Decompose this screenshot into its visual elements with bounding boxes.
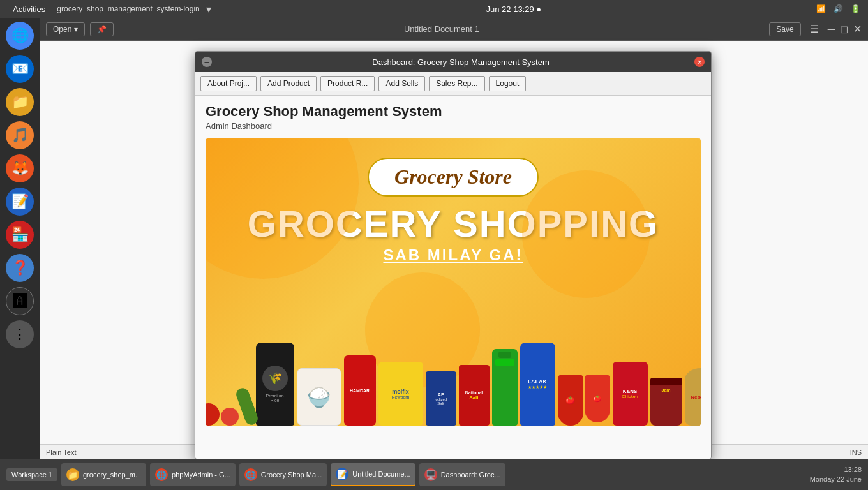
app-indicator: grocery_shop_management_system-login: [57, 4, 199, 13]
red-bag: HAMDAR: [344, 355, 376, 426]
dashboard-taskbar-icon: 🖥️: [424, 468, 437, 481]
workspace-label[interactable]: Workspace 1: [6, 468, 57, 481]
sidebar-icon-firefox[interactable]: 🦊: [6, 154, 34, 182]
page-content: Grocery Shop Management System Admin Das…: [195, 96, 711, 459]
about-project-button[interactable]: About Proj...: [200, 76, 257, 91]
nescafe-jar: Nescafé: [685, 368, 701, 426]
sidebar-icon-rhythmbox[interactable]: 🎵: [6, 121, 34, 149]
dropdown-arrow-icon[interactable]: ▾: [206, 3, 211, 15]
wifi-icon: 📶: [816, 4, 826, 13]
window-close-button[interactable]: ✕: [694, 57, 705, 67]
banner-sub-heading: SAB MILAY GA!: [383, 246, 523, 264]
oval-store-sign: Grocery Store: [368, 158, 539, 197]
sidebar-icon-appstore[interactable]: 🏪: [6, 221, 34, 249]
products-illustration: 🌾 PremiumRice 🍚 HAMDAR molfix Newborn: [206, 298, 701, 426]
grocery-banner: Grocery Store GROCERY SHOPPING SAB MILAY…: [206, 138, 701, 426]
system-topbar: Activities grocery_shop_management_syste…: [0, 0, 868, 18]
taskbar-time: 13:28: [810, 465, 862, 475]
ins-label: INS: [850, 449, 862, 456]
gedit-restore-icon[interactable]: ◻: [840, 23, 848, 35]
oval-sign-text: Grocery Store: [394, 165, 512, 188]
page-title: Grocery Shop Management System: [206, 103, 701, 120]
national-salt: National Salt: [459, 365, 490, 426]
phpmyadmin-taskbar-icon: 🌐: [155, 468, 168, 481]
app-window: ─ Dashboard: Grocery Shop Management Sys…: [195, 51, 712, 459]
text-mode-label[interactable]: Plain Text: [46, 449, 77, 456]
sidebar-icon-writer[interactable]: 📝: [6, 188, 34, 216]
window-title: Dashboard: Grocery Shop Management Syste…: [227, 57, 694, 67]
ketchup-bottles: 🍅 🍅: [558, 375, 610, 426]
taskbar-phpmyadmin-label: phpMyAdmin - G...: [172, 471, 230, 479]
window-titlebar: ─ Dashboard: Grocery Shop Management Sys…: [195, 52, 711, 72]
gedit-open-button[interactable]: Open ▾: [46, 22, 85, 36]
chevron-down-icon: ▾: [74, 25, 78, 34]
falak-bag: FALAK ★★★★★: [520, 343, 555, 426]
taskbar-files-label: grocery_shop_m...: [83, 471, 141, 479]
battery-icon: 🔋: [851, 4, 860, 13]
gedit-close-icon[interactable]: ✕: [853, 23, 862, 35]
add-product-button[interactable]: Add Product: [260, 76, 317, 91]
logout-button[interactable]: Logout: [489, 76, 527, 91]
taskbar-gedit-label: Untitled Docume...: [352, 470, 410, 478]
bottom-taskbar: Workspace 1 📁 grocery_shop_m... 🌐 phpMyA…: [0, 459, 868, 490]
taskbar-grocery-web-label: Grocery Shop Ma...: [261, 471, 322, 479]
taskbar-item-files[interactable]: 📁 grocery_shop_m...: [61, 463, 146, 486]
sidebar-icon-help[interactable]: ❓: [6, 254, 34, 282]
add-sells-button[interactable]: Add Sells: [378, 76, 425, 91]
gedit-pin-button[interactable]: 📌: [90, 22, 114, 36]
water-bottle: [492, 349, 518, 426]
datetime-display: Jun 22 13:29 ●: [486, 4, 542, 14]
activities-button[interactable]: Activities: [8, 3, 50, 15]
sidebar-icon-amazon[interactable]: 🅰: [6, 287, 34, 315]
gedit-menu-icon[interactable]: ☰: [806, 22, 823, 36]
salt-box: AF IodizedSalt: [426, 371, 456, 426]
gedit-taskbar-icon: 📝: [336, 468, 348, 480]
sidebar-icon-apps[interactable]: ⋮: [6, 320, 34, 348]
nav-row: About Proj... Add Product Product R... A…: [195, 72, 711, 96]
taskbar-item-phpmyadmin[interactable]: 🌐 phpMyAdmin - G...: [150, 463, 236, 486]
molfix-package: molfix Newborn: [378, 362, 423, 426]
taskbar-date: Monday 22 June: [810, 475, 862, 484]
sidebar-icon-chrome[interactable]: 🌐: [6, 22, 34, 50]
window-minimize-button[interactable]: ─: [202, 57, 212, 67]
page-subtitle: Admin Dashboard: [206, 121, 701, 131]
taskbar-dashboard-label: Dashboard: Groc...: [441, 471, 500, 479]
product-report-button[interactable]: Product R...: [320, 76, 375, 91]
sales-report-button[interactable]: Sales Rep...: [429, 76, 484, 91]
gedit-document-title: Untitled Document 1: [119, 24, 764, 34]
taskbar-datetime: 13:28 Monday 22 June: [810, 465, 862, 485]
rice-pile: 🍚: [297, 368, 341, 426]
jam-jar: Jam: [650, 378, 682, 426]
gedit-minimize-icon[interactable]: ─: [828, 24, 835, 35]
taskbar-item-dashboard[interactable]: 🖥️ Dashboard: Groc...: [419, 463, 505, 486]
sound-icon: 🔊: [834, 4, 843, 13]
taskbar-item-gedit[interactable]: 📝 Untitled Docume...: [331, 463, 415, 486]
sidebar-icon-thunderbird[interactable]: 📧: [6, 55, 34, 83]
rice-bag-black: 🌾 PremiumRice: [256, 343, 294, 426]
sidebar-icon-files[interactable]: 📁: [6, 88, 34, 116]
files-taskbar-icon: 📁: [66, 468, 79, 481]
gedit-toolbar: Open ▾ 📌 Untitled Document 1 Save ☰ ─ ◻ …: [40, 18, 868, 41]
grocery-web-taskbar-icon: 🌐: [244, 468, 257, 481]
taskbar-item-grocery-web[interactable]: 🌐 Grocery Shop Ma...: [239, 463, 327, 486]
kns-chicken: K&NS Chicken: [613, 362, 648, 426]
desktop-sidebar: 🌐 📧 📁 🎵 🦊 📝 🏪 ❓ 🅰 ⋮: [0, 18, 40, 459]
tomatoes-item: [206, 403, 239, 426]
gedit-save-button[interactable]: Save: [769, 22, 800, 36]
